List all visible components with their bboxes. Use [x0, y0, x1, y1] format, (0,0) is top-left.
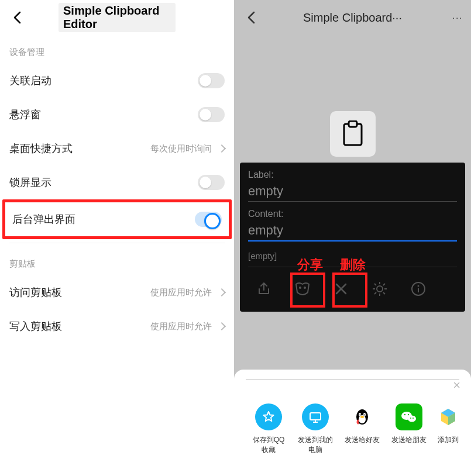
svg-point-30	[410, 418, 411, 419]
annotation-delete: 删除	[340, 256, 366, 274]
section-label-clipboard: 剪贴板	[0, 247, 234, 275]
more-button[interactable]: ···	[452, 13, 463, 22]
share-icon[interactable]	[250, 275, 277, 302]
right-body: Label: empty Content: empty [empty]	[234, 35, 471, 370]
app-title: Simple Clipboard···	[303, 11, 402, 25]
content-field-value[interactable]: empty	[248, 223, 457, 242]
svg-line-10	[383, 292, 385, 294]
svg-point-28	[404, 414, 405, 415]
share-item-label: 发送给朋友	[391, 435, 427, 445]
gear-icon[interactable]	[366, 275, 393, 302]
row-right-group: 每次使用时询问	[150, 143, 225, 154]
right-header: Simple Clipboard··· ···	[234, 0, 471, 35]
back-button[interactable]	[8, 9, 26, 26]
row-launch-associated[interactable]: 关联启动	[0, 64, 234, 98]
share-item-my-computer[interactable]: 发送到我的电脑	[296, 403, 335, 455]
annotation-share: 分享	[297, 256, 323, 274]
row-label: 写入剪贴板	[9, 319, 62, 333]
highlighted-row-box: 后台弹出界面	[2, 199, 232, 239]
share-item-label: 发送到我的电脑	[296, 435, 335, 455]
share-item-add-to[interactable]: 添加到	[436, 403, 460, 455]
toggle-off[interactable]	[198, 175, 225, 190]
svg-line-9	[374, 284, 376, 285]
row-label: 桌面快捷方式	[9, 142, 73, 156]
monitor-icon	[302, 403, 329, 430]
row-desktop-shortcut[interactable]: 桌面快捷方式 每次使用时询问	[0, 132, 234, 165]
cube-icon	[435, 403, 462, 430]
toggle-on[interactable]	[195, 212, 222, 227]
wechat-icon	[396, 403, 422, 430]
app-preview-panel: Simple Clipboard··· ··· Label: empty Con…	[234, 0, 471, 476]
row-access-clipboard[interactable]: 访问剪贴板 使用应用时允许	[0, 275, 234, 309]
toggle-off[interactable]	[198, 73, 225, 88]
label-field-value[interactable]: empty	[248, 184, 457, 202]
row-label: 锁屏显示	[9, 175, 51, 189]
svg-point-14	[418, 285, 420, 287]
sheet-handle-line	[246, 379, 459, 380]
svg-point-24	[364, 415, 365, 416]
clipboard-icon	[330, 111, 376, 157]
page-title: Simple Clipboard Editor	[59, 3, 176, 32]
share-item-label: 添加到	[438, 435, 459, 445]
share-item-wechat-friend[interactable]: 发送给朋友	[390, 403, 428, 455]
row-right-group: 使用应用时允许	[150, 321, 225, 332]
share-sheet: × 保存到QQ收藏 发送到我的电脑 发送给好友	[234, 370, 471, 476]
share-item-qq-friend[interactable]: 发送给好友	[343, 403, 381, 455]
row-right-group: 使用应用时允许	[150, 287, 225, 298]
row-detail: 使用应用时允许	[150, 321, 212, 332]
chevron-right-icon	[218, 288, 226, 296]
row-lockscreen-display[interactable]: 锁屏显示	[0, 165, 234, 199]
row-background-popup[interactable]: 后台弹出界面	[5, 202, 229, 236]
chevron-right-icon	[218, 322, 226, 330]
divider	[9, 243, 225, 243]
svg-rect-1	[349, 121, 357, 127]
svg-rect-16	[310, 413, 321, 420]
svg-point-27	[408, 416, 416, 422]
red-highlight-box-delete	[332, 273, 367, 308]
chevron-right-icon	[218, 144, 226, 153]
star-icon	[255, 403, 282, 430]
red-highlight-box-share	[290, 273, 325, 308]
row-label: 后台弹出界面	[12, 212, 75, 226]
row-label: 访问剪贴板	[9, 285, 62, 299]
left-header: Simple Clipboard Editor	[0, 0, 234, 35]
row-floating-window[interactable]: 悬浮窗	[0, 98, 234, 132]
share-item-label: 保存到QQ收藏	[249, 435, 288, 455]
share-sheet-items: 保存到QQ收藏 发送到我的电脑 发送给好友 发送给朋友	[241, 403, 464, 455]
qq-penguin-icon	[349, 403, 376, 430]
row-detail: 每次使用时询问	[150, 143, 212, 154]
settings-panel: Simple Clipboard Editor 设备管理 关联启动 悬浮窗 桌面…	[0, 0, 234, 476]
svg-line-12	[374, 292, 376, 294]
row-write-clipboard[interactable]: 写入剪贴板 使用应用时允许	[0, 309, 234, 343]
svg-point-4	[377, 286, 383, 292]
svg-point-25	[360, 416, 364, 418]
info-icon[interactable]	[405, 275, 432, 302]
back-button[interactable]	[242, 9, 260, 26]
section-label-device: 设备管理	[0, 35, 234, 64]
row-label: 关联启动	[9, 74, 51, 88]
content-field-label: Content:	[248, 209, 457, 219]
svg-point-29	[408, 414, 409, 415]
label-field-label: Label:	[248, 170, 457, 180]
svg-line-11	[383, 284, 385, 285]
row-label: 悬浮窗	[9, 108, 41, 122]
share-item-label: 发送给好友	[345, 435, 380, 445]
share-item-qq-favorite[interactable]: 保存到QQ收藏	[249, 403, 288, 455]
svg-point-31	[412, 418, 414, 419]
svg-point-23	[360, 415, 361, 416]
toggle-off[interactable]	[198, 107, 225, 122]
row-detail: 使用应用时允许	[150, 287, 212, 298]
close-sheet-button[interactable]: ×	[453, 378, 460, 393]
